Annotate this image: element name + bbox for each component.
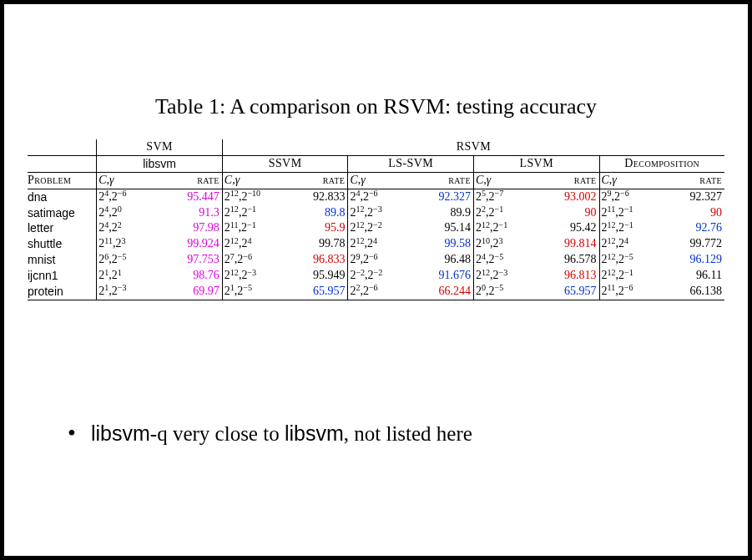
head-rate: rate bbox=[162, 172, 223, 189]
rate-cell: 96.833 bbox=[287, 252, 348, 268]
rate-cell: 98.76 bbox=[162, 268, 223, 284]
table-row: shuttle211,2399.924212,2499.78212,2499.5… bbox=[28, 236, 724, 252]
head-libsvm: libsvm bbox=[97, 155, 223, 172]
cg-cell: 212,2−1 bbox=[599, 220, 664, 236]
rate-cell: 96.578 bbox=[538, 252, 599, 268]
bullet-end: , not listed here bbox=[344, 422, 472, 445]
rate-cell: 99.814 bbox=[538, 236, 599, 252]
head-problem: Problem bbox=[28, 172, 97, 189]
rate-cell: 97.753 bbox=[162, 252, 223, 268]
cg-cell: 20,2−5 bbox=[473, 284, 538, 300]
cg-cell: 26,2−5 bbox=[97, 252, 162, 268]
header-row-3: Problem C,γ rate C,γ rate C,γ rate C,γ r… bbox=[28, 172, 724, 189]
head-ssvm: SSVM bbox=[222, 155, 348, 172]
rate-cell: 99.772 bbox=[664, 236, 724, 252]
table-caption: Table 1: A comparison on RSVM: testing a… bbox=[28, 94, 724, 119]
head-svm: SVM bbox=[97, 139, 223, 155]
head-cg: C,γ bbox=[97, 172, 162, 189]
cg-cell: 21,2−3 bbox=[97, 284, 162, 300]
rate-cell: 91.3 bbox=[162, 205, 223, 221]
cg-cell: 24,2−6 bbox=[97, 189, 162, 204]
cg-cell: 211,2−6 bbox=[599, 284, 664, 300]
head-lsvm: LSVM bbox=[473, 155, 599, 172]
problem-cell: letter bbox=[28, 220, 97, 236]
cg-cell: 212,24 bbox=[599, 236, 664, 252]
rate-cell: 92.327 bbox=[664, 189, 724, 204]
cg-cell: 24,20 bbox=[97, 205, 162, 221]
page: Table 1: A comparison on RSVM: testing a… bbox=[0, 0, 752, 560]
cg-cell: 212,2−1 bbox=[222, 205, 287, 221]
rate-cell: 96.48 bbox=[413, 252, 474, 268]
cg-cell: 25,2−7 bbox=[473, 189, 538, 204]
rate-cell: 99.58 bbox=[413, 236, 474, 252]
rate-cell: 97.98 bbox=[162, 220, 223, 236]
head-cg: C,γ bbox=[599, 172, 664, 189]
cg-cell: 211,23 bbox=[97, 236, 162, 252]
rate-cell: 89.9 bbox=[413, 205, 474, 221]
rate-cell: 95.42 bbox=[538, 220, 599, 236]
cg-cell: 212,2−10 bbox=[222, 189, 287, 204]
cg-cell: 212,2−2 bbox=[348, 220, 413, 236]
cg-cell: 22,2−1 bbox=[473, 205, 538, 221]
head-decomp: Decomposition bbox=[599, 155, 724, 172]
cg-cell: 211,2−1 bbox=[599, 205, 664, 221]
head-cg: C,γ bbox=[222, 172, 287, 189]
table-row: dna24,2−695.447212,2−1092.83324,2−692.32… bbox=[28, 189, 724, 204]
problem-cell: shuttle bbox=[28, 236, 97, 252]
rate-cell: 95.949 bbox=[287, 268, 348, 284]
bullet-mid: -q very close to bbox=[150, 422, 285, 445]
problem-cell: satimage bbox=[28, 205, 97, 221]
rate-cell: 65.957 bbox=[287, 284, 348, 300]
rate-cell: 92.833 bbox=[287, 189, 348, 204]
head-rate: rate bbox=[664, 172, 724, 189]
head-cg: C,γ bbox=[348, 172, 413, 189]
bullet-libsvm1: libsvm bbox=[91, 421, 150, 445]
cg-cell: 212,2−1 bbox=[473, 220, 538, 236]
cg-cell: 24,22 bbox=[97, 220, 162, 236]
head-rsvm: RSVM bbox=[222, 139, 724, 155]
rate-cell: 66.244 bbox=[413, 284, 474, 300]
rate-cell: 99.924 bbox=[162, 236, 223, 252]
rate-cell: 95.447 bbox=[162, 189, 223, 204]
rate-cell: 96.129 bbox=[664, 252, 724, 268]
results-table: SVM RSVM libsvm SSVM LS-SVM LSVM Decompo… bbox=[28, 139, 724, 300]
head-rate: rate bbox=[413, 172, 474, 189]
cg-cell: 24,2−6 bbox=[348, 189, 413, 204]
blank bbox=[28, 155, 97, 172]
blank bbox=[28, 139, 97, 155]
problem-cell: ijcnn1 bbox=[28, 268, 97, 284]
table-body: dna24,2−695.447212,2−1092.83324,2−692.32… bbox=[28, 189, 724, 300]
cg-cell: 27,2−6 bbox=[222, 252, 287, 268]
table-row: protein21,2−369.9721,2−565.95722,2−666.2… bbox=[28, 284, 724, 300]
rate-cell: 93.002 bbox=[538, 189, 599, 204]
head-cg: C,γ bbox=[473, 172, 538, 189]
rate-cell: 65.957 bbox=[538, 284, 599, 300]
bullet-item: • libsvm-q very close to libsvm, not lis… bbox=[91, 421, 472, 446]
problem-cell: mnist bbox=[28, 252, 97, 268]
problem-cell: protein bbox=[28, 284, 97, 300]
table-row: satimage24,2091.3212,2−189.8212,2−389.92… bbox=[28, 205, 724, 221]
table-row: mnist26,2−597.75327,2−696.83329,2−696.48… bbox=[28, 252, 724, 268]
rate-cell: 95.14 bbox=[413, 220, 474, 236]
header-row-1: SVM RSVM bbox=[28, 139, 724, 155]
rate-cell: 96.11 bbox=[664, 268, 724, 284]
problem-cell: dna bbox=[28, 189, 97, 204]
cg-cell: 211,2−1 bbox=[222, 220, 287, 236]
cg-cell: 212,24 bbox=[222, 236, 287, 252]
cg-cell: 29,2−6 bbox=[348, 252, 413, 268]
rate-cell: 90 bbox=[538, 205, 599, 221]
cg-cell: 212,2−3 bbox=[473, 268, 538, 284]
rate-cell: 66.138 bbox=[664, 284, 724, 300]
cg-cell: 210,23 bbox=[473, 236, 538, 252]
rate-cell: 99.78 bbox=[287, 236, 348, 252]
rate-cell: 95.9 bbox=[287, 220, 348, 236]
head-lssvm: LS-SVM bbox=[348, 155, 474, 172]
table-row: letter24,2297.98211,2−195.9212,2−295.142… bbox=[28, 220, 724, 236]
bullet-libsvm2: libsvm bbox=[285, 421, 344, 445]
head-rate: rate bbox=[287, 172, 348, 189]
cg-cell: 212,2−5 bbox=[599, 252, 664, 268]
cg-cell: 212,2−1 bbox=[599, 268, 664, 284]
head-rate: rate bbox=[538, 172, 599, 189]
rate-cell: 92.327 bbox=[413, 189, 474, 204]
cg-cell: 22,2−6 bbox=[348, 284, 413, 300]
